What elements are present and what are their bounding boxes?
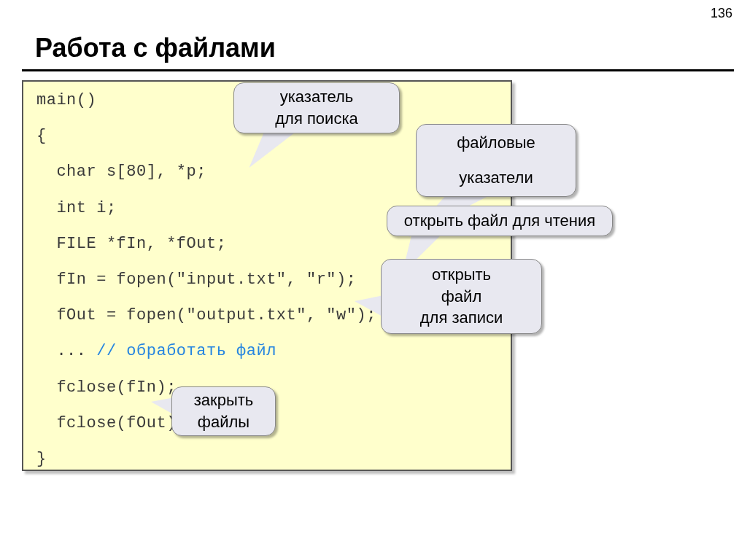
callout-text: открыть файл для чтения: [404, 210, 595, 232]
callout-pointer-search: указатель для поиска: [233, 82, 400, 133]
callout-text: открыть: [432, 264, 491, 286]
callout-open-read: открыть файл для чтения: [387, 206, 613, 236]
callout-close-files: закрыть файлы: [171, 386, 276, 436]
callout-text: указатели: [459, 167, 533, 189]
code-line: }: [36, 451, 498, 468]
title-underline: [22, 69, 734, 71]
slide-title: Работа с файлами: [35, 33, 276, 63]
code-line: ... // обработать файл: [36, 343, 498, 360]
callout-file-pointers: файловые указатели: [416, 124, 576, 197]
callout-text: закрыть: [194, 389, 254, 411]
callout-text: файл: [441, 286, 481, 308]
callout-text: для записи: [420, 307, 503, 329]
callout-text: для поиска: [275, 108, 357, 130]
callout-open-write: открыть файл для записи: [381, 259, 542, 334]
code-comment: // обработать файл: [96, 342, 276, 360]
callout-text: файловые: [457, 132, 535, 154]
callout-text: файлы: [198, 411, 249, 433]
callout-text: указатель: [280, 86, 354, 108]
callout-tail: [355, 295, 384, 317]
page-number: 136: [711, 6, 732, 21]
